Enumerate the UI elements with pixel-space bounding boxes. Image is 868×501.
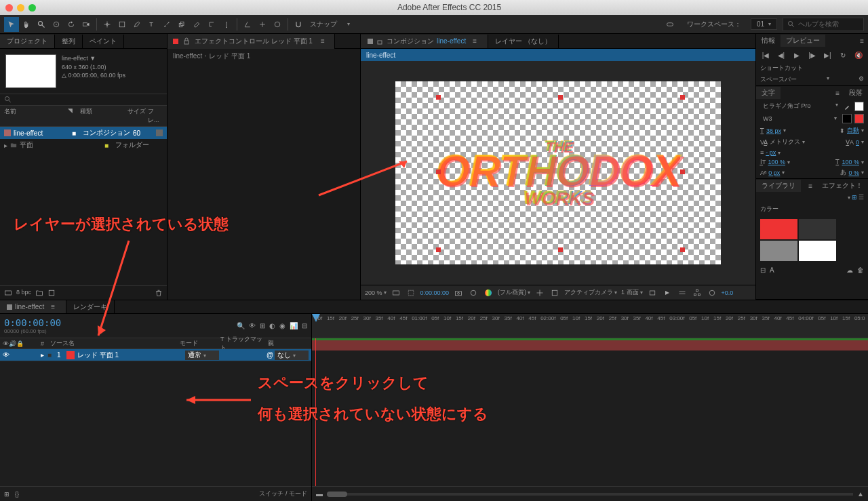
tab-paint[interactable]: ペイント bbox=[83, 35, 124, 48]
guides-icon[interactable] bbox=[534, 287, 545, 298]
view-axis-icon[interactable] bbox=[270, 17, 285, 32]
transform-handle[interactable] bbox=[680, 169, 685, 174]
tab-render-queue[interactable]: レンダーキ bbox=[66, 300, 115, 313]
project-search[interactable] bbox=[0, 94, 167, 106]
views-dropdown[interactable]: 1 画面 ▾ bbox=[621, 288, 643, 297]
font-size[interactable]: T̲36 px▾ bbox=[760, 127, 786, 134]
lib-reveal-icon[interactable]: ⊟ bbox=[760, 266, 766, 274]
flowchart-icon[interactable] bbox=[156, 129, 163, 136]
search-icon[interactable]: 🔍 bbox=[237, 322, 245, 329]
swatch-dark[interactable] bbox=[799, 219, 836, 239]
tsume[interactable]: あ0 %▾ bbox=[840, 168, 864, 177]
camera-tool[interactable] bbox=[79, 17, 94, 32]
timeline-icon[interactable] bbox=[677, 287, 688, 298]
workspace-dropdown[interactable]: 01▾ bbox=[751, 18, 777, 30]
switches-icon[interactable]: ⊞ bbox=[260, 322, 265, 329]
traffic-close[interactable] bbox=[5, 4, 13, 12]
trash-icon[interactable] bbox=[155, 289, 163, 297]
swatch-white[interactable] bbox=[799, 241, 836, 261]
tab-effect-controls[interactable]: エフェクトコントロール レッド 平面 1 ≡ bbox=[167, 34, 335, 49]
interpret-icon[interactable] bbox=[4, 289, 12, 297]
stroke-swatch[interactable] bbox=[842, 114, 852, 123]
transform-handle[interactable] bbox=[680, 247, 685, 252]
shy-icon[interactable]: 👁 bbox=[249, 322, 256, 329]
snapshot-icon[interactable] bbox=[453, 287, 464, 298]
tab-paragraph[interactable]: 段落 bbox=[844, 87, 868, 99]
toggle-switches-icon[interactable]: ⊞ bbox=[4, 491, 9, 498]
prev-frame-icon[interactable]: ◀| bbox=[776, 50, 787, 60]
stroke-width[interactable]: ≡- px▾ bbox=[760, 149, 781, 156]
tab-preview[interactable]: プレビュー bbox=[781, 35, 825, 47]
bpc-toggle[interactable]: 8 bpc bbox=[16, 289, 31, 297]
shape-tool[interactable] bbox=[115, 17, 130, 32]
transform-handle[interactable] bbox=[436, 169, 441, 174]
next-frame-icon[interactable]: |▶ bbox=[806, 50, 817, 60]
local-axis-icon[interactable] bbox=[240, 17, 255, 32]
font-weight-dropdown[interactable]: W3▾ bbox=[760, 115, 840, 123]
play-icon[interactable]: ▶ bbox=[791, 50, 802, 60]
parent-dropdown[interactable]: なし ▾ bbox=[275, 350, 309, 360]
no-stroke-icon[interactable] bbox=[854, 114, 864, 123]
fast-preview-icon[interactable] bbox=[662, 287, 673, 298]
anchor-tool[interactable] bbox=[100, 17, 115, 32]
comp-time[interactable]: 0:00:00:00 bbox=[420, 289, 450, 296]
panel-menu-icon[interactable]: ≡ bbox=[317, 37, 329, 45]
new-folder-icon[interactable] bbox=[35, 289, 43, 297]
swatch-red[interactable] bbox=[760, 219, 797, 239]
tab-library[interactable]: ライブラリ bbox=[756, 180, 801, 192]
hand-tool[interactable] bbox=[19, 17, 34, 32]
settings-icon[interactable]: ⚙ bbox=[859, 75, 864, 84]
rotate-tool[interactable] bbox=[64, 17, 79, 32]
pixel-aspect-icon[interactable] bbox=[647, 287, 658, 298]
new-comp-icon[interactable] bbox=[47, 289, 56, 297]
help-search[interactable]: ヘルプを検索 bbox=[783, 18, 864, 31]
panel-menu-icon[interactable]: ≡ bbox=[469, 37, 481, 45]
switches-modes-label[interactable]: スイッチ / モード bbox=[259, 489, 307, 498]
tracking[interactable]: V̲A0▾ bbox=[846, 139, 864, 146]
dope-icon[interactable]: ⊟ bbox=[302, 322, 307, 329]
transform-handle[interactable] bbox=[558, 95, 563, 100]
lock-icon[interactable] bbox=[376, 37, 384, 45]
text-tool[interactable]: T bbox=[144, 17, 159, 32]
hscale[interactable]: T̲100 %▾ bbox=[835, 159, 864, 165]
transform-handle[interactable] bbox=[680, 95, 685, 100]
comp-viewer[interactable]: THE ORTHODOX WORKS bbox=[361, 61, 755, 285]
loop-icon[interactable]: ↻ bbox=[837, 50, 848, 60]
traffic-minimize[interactable] bbox=[17, 4, 24, 12]
eraser-tool[interactable] bbox=[189, 17, 204, 32]
layer-duration-bar[interactable] bbox=[312, 340, 868, 350]
brush-tool[interactable] bbox=[159, 17, 174, 32]
puppet-tool[interactable] bbox=[219, 17, 234, 32]
zoom-slider[interactable] bbox=[327, 493, 853, 496]
selection-tool[interactable] bbox=[4, 17, 19, 32]
pen-tool[interactable] bbox=[130, 17, 144, 32]
font-family-dropdown[interactable]: ヒラギノ角ゴ Pro▾ bbox=[760, 101, 841, 111]
tab-info[interactable]: 情報 bbox=[756, 35, 781, 47]
mblur-icon[interactable]: ◉ bbox=[279, 322, 285, 329]
transform-handle[interactable] bbox=[436, 247, 441, 252]
clone-tool[interactable] bbox=[174, 17, 189, 32]
mute-icon[interactable]: 🔇 bbox=[853, 50, 864, 60]
last-frame-icon[interactable]: ▶| bbox=[822, 50, 833, 60]
tab-character[interactable]: 文字 bbox=[756, 87, 781, 99]
graph-icon[interactable]: 📊 bbox=[290, 322, 298, 329]
snap-toggle[interactable] bbox=[291, 17, 306, 32]
exposure-value[interactable]: +0.0 bbox=[722, 289, 734, 296]
timecode[interactable]: 0:00:00:00 bbox=[4, 317, 61, 328]
resolution-icon[interactable] bbox=[391, 287, 401, 298]
time-ruler[interactable]: 10f15f20f25f30f35f40f45f01:00f05f10f15f2… bbox=[312, 314, 868, 338]
project-item-folder[interactable]: ▸ 平面 ■ フォルダー bbox=[0, 139, 167, 151]
channels-icon[interactable] bbox=[468, 287, 479, 298]
traffic-zoom[interactable] bbox=[28, 4, 36, 12]
fill-swatch[interactable] bbox=[854, 102, 864, 111]
shortcut-dropdown[interactable]: スペースバー bbox=[760, 75, 797, 84]
first-frame-icon[interactable]: |◀ bbox=[760, 50, 771, 60]
zoom-dropdown[interactable]: 200 % ▾ bbox=[365, 289, 387, 296]
lib-cloud-icon[interactable]: ☁ bbox=[846, 266, 853, 274]
zoom-tool[interactable] bbox=[34, 17, 49, 32]
lock-icon[interactable] bbox=[182, 37, 191, 45]
timeline-track-area[interactable] bbox=[312, 338, 868, 486]
zoom-out-icon[interactable]: ▬ bbox=[316, 490, 323, 498]
lib-trash-icon[interactable]: 🗑 bbox=[857, 266, 864, 274]
leading[interactable]: ⬍自動▾ bbox=[840, 126, 864, 135]
